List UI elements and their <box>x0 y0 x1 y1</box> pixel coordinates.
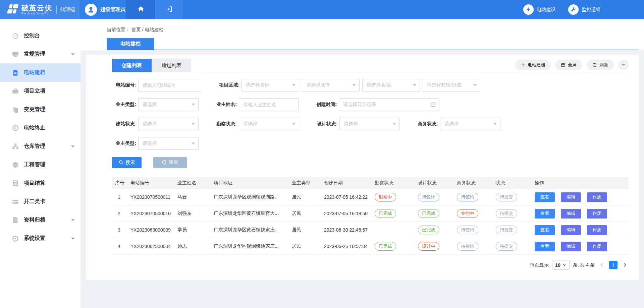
copy-icon <box>12 106 19 113</box>
refresh-button[interactable]: 刷新 <box>587 60 614 70</box>
app-header: 破茧云伏 Po Jian Yun Fu 代理端 超级管理员 电站建设 <box>0 0 644 19</box>
next-page-button[interactable] <box>621 262 629 267</box>
build-status-label: 建站状态: <box>112 121 136 127</box>
chevron-down-icon <box>621 62 626 68</box>
sidebar-item-station-termination[interactable]: 电站终止 <box>0 119 80 137</box>
sidebar: 控制台 常规管理 电站建档 项目立项 变更管理 电站终止 <box>0 19 80 308</box>
gauge-icon <box>12 162 19 168</box>
status-badge: 待提交 <box>496 226 517 234</box>
sidebar-item-console[interactable]: 控制台 <box>0 26 80 45</box>
chevron-down-icon <box>71 143 75 149</box>
sidebar-item-project-settlement[interactable]: 项目结算 <box>0 174 80 192</box>
design-status-select[interactable]: 请选择 <box>339 118 400 130</box>
logout-icon <box>166 6 172 14</box>
document-icon <box>12 69 19 76</box>
dashboard-icon <box>12 33 19 39</box>
view-button[interactable]: 查看 <box>535 192 555 202</box>
survey-status-select[interactable]: 请选择 <box>239 118 299 130</box>
search-button[interactable]: 搜索 <box>112 157 142 168</box>
pagination: 每页显示 10 条, 共 4 条 1 <box>112 260 629 270</box>
view-button[interactable]: 查看 <box>535 242 555 251</box>
page-number-button[interactable]: 1 <box>609 261 618 269</box>
owner-type2-select[interactable]: 请选择 <box>138 137 199 150</box>
business-status-select[interactable]: 请选择 <box>440 118 500 130</box>
home-button[interactable] <box>126 0 155 19</box>
prev-page-button[interactable] <box>598 262 606 267</box>
sitemap-icon <box>12 143 19 150</box>
build-status-select[interactable]: 请选择 <box>138 118 199 130</box>
fullscreen-button[interactable]: 全屏 <box>555 60 582 70</box>
brand-mark-icon <box>5 3 19 16</box>
panel-head: 创建列表 通过列表 电站建档 全屏 刷新 <box>112 55 629 72</box>
tab-passed-list[interactable]: 通过列表 <box>152 59 191 72</box>
sidebar-item-system-settings[interactable]: 系统设置 <box>0 229 80 248</box>
station-table: 序号 电站编号 业主姓名 项目地址 业主类型 创建日期 勘察状态 设计状态 商务… <box>112 177 629 255</box>
view-button[interactable]: 查看 <box>535 209 555 219</box>
edit-button[interactable]: 编辑 <box>561 225 581 235</box>
monitor-icon <box>12 51 19 58</box>
owner-name-label: 业主姓名: <box>213 102 237 108</box>
table-header: 序号 电站编号 业主姓名 项目地址 业主类型 创建日期 勘察状态 设计状态 商务… <box>112 177 629 189</box>
reset-button[interactable]: 重置 <box>153 157 187 168</box>
reset-icon <box>162 160 167 166</box>
survey-status-badge: 已完成 <box>375 209 396 218</box>
status-badge: 待提交 <box>496 242 517 251</box>
county-select[interactable]: 请选择县/区 <box>362 79 420 91</box>
content-panel: 创建列表 通过列表 电站建档 全屏 刷新 <box>86 55 639 280</box>
archive-icon <box>12 217 19 224</box>
chevron-down-icon <box>71 236 75 242</box>
top-strip: 当前位置： 首页 / 电站建档 电站建档 <box>80 19 644 50</box>
nav-monitor-ops[interactable]: 监控运维 <box>568 4 600 15</box>
sidebar-item-open-class2-card[interactable]: 开二类卡 <box>0 192 80 211</box>
survey-status-badge: 勘察中 <box>375 193 396 201</box>
date-range-picker[interactable]: 请选择日期范围 <box>339 98 439 111</box>
per-page-select[interactable]: 10 <box>552 260 570 270</box>
nav-station-build[interactable]: 电站建设 <box>523 4 555 15</box>
home-icon <box>138 6 144 14</box>
region-label: 项目区域: <box>215 82 239 88</box>
calculator-icon <box>12 180 19 187</box>
station-code-input[interactable] <box>138 79 201 91</box>
collapse-toolbar-button[interactable] <box>618 60 629 70</box>
business-status-badge: 待签约 <box>457 193 478 201</box>
business-status-badge: 待签约 <box>457 226 478 234</box>
edit-button[interactable]: 编辑 <box>561 242 581 251</box>
chevron-down-icon <box>71 51 75 57</box>
edit-button[interactable]: 编辑 <box>561 192 581 202</box>
void-button[interactable]: 作废 <box>587 242 607 251</box>
chevron-down-icon <box>71 217 75 223</box>
sidebar-item-general-mgmt[interactable]: 常规管理 <box>0 45 80 63</box>
sidebar-item-engineering-mgmt[interactable]: 工程管理 <box>0 156 80 174</box>
station-code-label: 电站编号: <box>112 82 136 88</box>
tab-create-list[interactable]: 创建列表 <box>112 59 152 72</box>
sidebar-item-warehouse-mgmt[interactable]: 仓库管理 <box>0 137 80 156</box>
page-tab-station-archive[interactable]: 电站建档 <box>107 38 154 50</box>
sidebar-item-station-archive[interactable]: 电站建档 <box>0 63 80 82</box>
table-row: 3 YX2023063000009 学员 广东深圳龙华区黄石镇姚家庄... 居民… <box>112 222 629 238</box>
caret-down-icon <box>192 123 195 125</box>
void-button[interactable]: 作废 <box>587 225 607 235</box>
sidebar-item-data-archive[interactable]: 资料归档 <box>0 211 80 229</box>
void-button[interactable]: 作废 <box>587 192 607 202</box>
caret-down-icon <box>192 104 195 106</box>
owner-type2-label: 业主类型: <box>112 140 136 146</box>
owner-type-select[interactable]: 请选择 <box>138 98 199 111</box>
create-station-button[interactable]: 电站建档 <box>515 60 551 70</box>
town-select[interactable]: 请选择村镇/街道 <box>423 79 480 91</box>
city-select[interactable]: 请选择城市 <box>302 79 360 91</box>
owner-name-input[interactable] <box>239 98 299 111</box>
design-status-label: 设计状态: <box>313 121 337 127</box>
logout-button[interactable] <box>155 0 183 19</box>
user-menu[interactable]: 超级管理员 <box>79 0 126 19</box>
edit-button[interactable]: 编辑 <box>561 209 581 219</box>
chevron-down-icon <box>562 262 566 268</box>
view-button[interactable]: 查看 <box>535 225 555 235</box>
sidebar-item-change-mgmt[interactable]: 变更管理 <box>0 100 80 119</box>
status-badge: 待提交 <box>496 193 517 201</box>
province-select[interactable]: 请选择省份 <box>241 79 299 91</box>
total-count-label: 条, 共 4 条 <box>573 262 595 268</box>
void-button[interactable]: 作废 <box>587 209 607 219</box>
table-row: 4 YX2023062500004 姚忠 广东深圳龙华区观澜镇姚家庄... 居民… <box>112 238 629 255</box>
portal-label: 代理端 <box>60 6 75 13</box>
sidebar-item-project-initiation[interactable]: 项目立项 <box>0 82 80 100</box>
